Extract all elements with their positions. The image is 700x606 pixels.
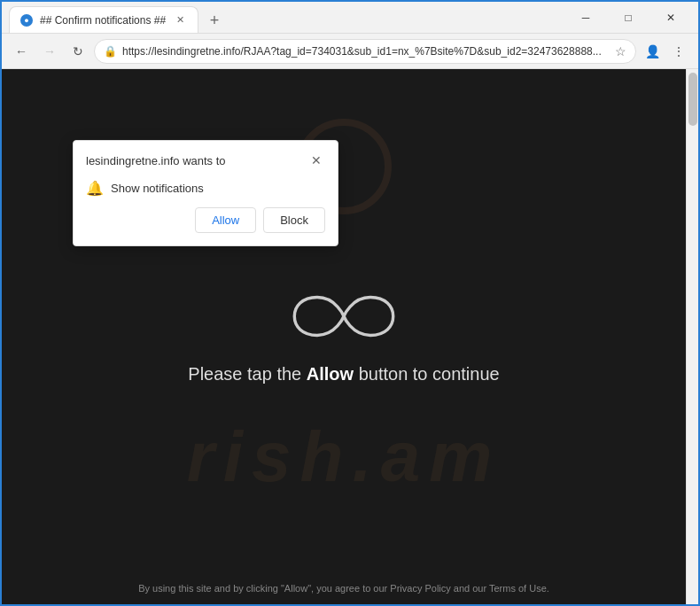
minimize-button[interactable]: ─ [565,4,606,31]
browser-window: ● ## Confirm notifications ## ✕ + ─ □ ✕ … [0,0,700,606]
block-button[interactable]: Block [263,207,325,233]
navigation-bar: ← → ↻ 🔒 https://lesindingretne.info/RJAA… [2,34,698,69]
popup-close-button[interactable]: ✕ [307,152,325,169]
address-bar[interactable]: 🔒 https://lesindingretne.info/RJAA?tag_i… [94,39,636,64]
refresh-button[interactable]: ↻ [66,39,90,64]
popup-notification-label: Show notifications [111,182,204,195]
active-tab[interactable]: ● ## Confirm notifications ## ✕ [9,6,198,33]
popup-actions: Allow Block [74,207,338,245]
url-text: https://lesindingretne.info/RJAA?tag_id=… [122,45,610,58]
bookmark-icon: ☆ [615,44,626,58]
nav-action-buttons: 👤 ⋮ [640,39,691,64]
watermark-text: rish.am [2,416,686,498]
tab-title: ## Confirm notifications ## [40,14,166,27]
title-bar: ● ## Confirm notifications ## ✕ + ─ □ ✕ [2,2,698,34]
message-text-after: button to continue [354,364,500,384]
close-window-button[interactable]: ✕ [650,4,691,31]
scrollbar[interactable] [686,69,698,604]
new-tab-button[interactable]: + [202,8,227,33]
popup-notification-row: 🔔 Show notifications [74,176,338,207]
lock-icon: 🔒 [104,45,117,58]
message-text-before: Please tap the [188,364,306,384]
tab-bar: ● ## Confirm notifications ## ✕ + [9,2,562,33]
window-controls: ─ □ ✕ [565,4,691,31]
tab-close-button[interactable]: ✕ [173,13,187,27]
tab-favicon: ● [20,14,33,27]
scrollbar-thumb[interactable] [688,73,697,126]
allow-button[interactable]: Allow [195,207,256,233]
notification-popup: lesindingretne.info wants to ✕ 🔔 Show no… [73,140,338,246]
content-wrapper: rish.am Please tap the Allow button to c… [2,69,698,604]
back-button[interactable]: ← [9,39,34,64]
page-content: rish.am Please tap the Allow button to c… [2,69,686,604]
bell-icon: 🔔 [86,180,104,197]
footer-text: By using this site and by clicking "Allo… [2,583,686,594]
maximize-button[interactable]: □ [608,4,649,31]
popup-header: lesindingretne.info wants to ✕ [74,141,338,176]
message-allow-bold: Allow [307,364,354,384]
page-message: Please tap the Allow button to continue [188,364,499,385]
infinity-icon [291,290,397,343]
profile-button[interactable]: 👤 [640,39,665,64]
popup-site-wants-text: lesindingretne.info wants to [86,154,226,167]
menu-button[interactable]: ⋮ [666,39,691,64]
forward-button: → [37,39,62,64]
